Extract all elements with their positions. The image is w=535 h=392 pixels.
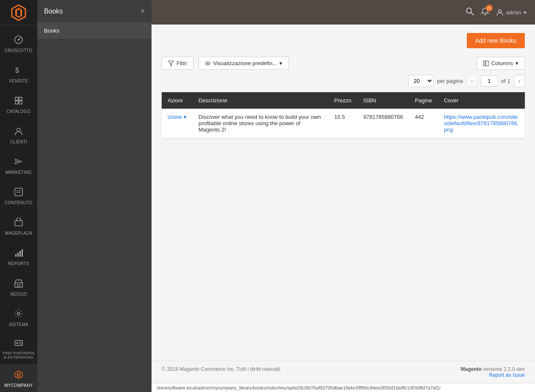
clienti-icon (14, 126, 23, 138)
sidebar-item-label-mageplaza: MAGEPLAZA (5, 231, 32, 236)
svg-rect-9 (15, 101, 18, 104)
sidebar-item-mycompany[interactable]: MYCOMPANY (0, 364, 37, 392)
cell-azioni: izione ▾ (162, 109, 193, 138)
sidebar-item-marketing[interactable]: MARKETING (0, 151, 37, 181)
sidebar-item-label-vendite: VENDITE (9, 79, 28, 83)
columns-label: Columns (491, 60, 513, 66)
sidebar-item-sistema[interactable]: SISTEMA (0, 303, 37, 333)
mycompany-icon (14, 370, 23, 381)
search-icon[interactable] (466, 7, 474, 18)
sidebar-item-label-negozi: NEGOZI (10, 292, 27, 296)
view-button[interactable]: Visualizzazione predefin... ▾ (199, 57, 289, 70)
sidebar-item-clienti[interactable]: CLIENTI (0, 120, 37, 151)
cell-descrizione: Discover what you need to know to build … (193, 109, 328, 138)
filter-button[interactable]: Filtri (162, 57, 193, 70)
flyout-close-button[interactable]: × (140, 7, 145, 16)
per-page-select[interactable]: 20 30 50 100 200 (408, 75, 433, 87)
action-chevron-icon: ▾ (184, 114, 187, 120)
flyout-item-books[interactable]: Books (37, 22, 152, 39)
page-of-label: of 1 (501, 78, 510, 84)
flyout-item-label-books: Books (44, 27, 59, 34)
notifications-badge: 25 (486, 5, 493, 11)
sidebar-item-label-reports: REPORTS (8, 261, 29, 266)
svg-rect-18 (17, 252, 19, 257)
find-partners-icon (14, 338, 23, 349)
books-table: Azioni Descrizione Prezzo ISBN Pagine Co… (162, 92, 525, 138)
mageplaza-icon (14, 218, 23, 229)
marketing-icon (14, 157, 23, 168)
page-prev-button[interactable]: ‹ (466, 75, 477, 87)
sidebar-logo (0, 0, 37, 25)
svg-rect-10 (19, 101, 22, 104)
cruscotto-icon (14, 35, 23, 47)
sidebar-item-label-catalogo: CATALOGO (7, 109, 30, 114)
user-label: admin (506, 9, 521, 16)
main-area: 25 admin ▾ Add new Books Filtri (152, 0, 535, 392)
page-content: Add new Books Filtri Visualizzazione pre… (152, 25, 535, 361)
sidebar-item-negozi[interactable]: NEGOZI (0, 272, 37, 303)
sidebar-item-mageplaza[interactable]: MAGEPLAZA (0, 211, 37, 242)
add-books-button[interactable]: Add new Books (467, 33, 525, 48)
sidebar-item-label-marketing: MARKETING (6, 170, 32, 175)
sidebar-item-label-cruscotto: CRUSCOTTO (5, 48, 33, 53)
table-header-row: Azioni Descrizione Prezzo ISBN Pagine Co… (162, 92, 525, 109)
footer-copyright-text: © 2018 Magento Comm (162, 366, 216, 372)
col-header-pagine: Pagine (409, 92, 438, 109)
cell-pagine: 442 (409, 109, 438, 138)
col-header-azioni: Azioni (162, 92, 193, 109)
page-next-button[interactable]: › (514, 75, 525, 87)
svg-text:$: $ (15, 67, 19, 74)
footer-right: Magento versione 2.2.0-dev Report an Iss… (461, 366, 525, 378)
page-footer: © 2018 Magento Commerce Inc. Tutti i dir… (152, 361, 535, 383)
flyout-header: Books × (37, 0, 152, 22)
sidebar-item-cruscotto[interactable]: CRUSCOTTO (0, 29, 37, 59)
sidebar-item-label-clienti: CLIENTI (10, 140, 27, 144)
view-label: Visualizzazione predefin... (213, 60, 277, 66)
svg-point-30 (466, 8, 472, 13)
action-link[interactable]: izione ▾ (168, 114, 187, 120)
per-page-label: per pagina (437, 78, 463, 84)
filter-label: Filtri (176, 60, 187, 66)
sidebar-item-label-find-partners: FIND PARTNERS & EXTENSIONS (2, 351, 36, 359)
sidebar-item-reports[interactable]: REPORTS (0, 242, 37, 272)
status-bar-url: shinesoftware.local/admin/mycompany_libr… (157, 385, 441, 390)
svg-rect-8 (19, 97, 22, 100)
sidebar-item-catalogo[interactable]: CATALOGO (0, 90, 37, 120)
flyout-panel: Books × Books (37, 0, 152, 392)
sidebar-item-label-mycompany: MYCOMPANY (4, 383, 33, 388)
sidebar-item-vendite[interactable]: $ VENDITE (0, 59, 37, 90)
col-header-descrizione: Descrizione (193, 92, 328, 109)
cell-isbn: 9781785880766 (357, 109, 409, 138)
table-header: Azioni Descrizione Prezzo ISBN Pagine Co… (162, 92, 525, 109)
sidebar-item-find-partners[interactable]: FIND PARTNERS & EXTENSIONS (0, 333, 37, 364)
flyout-title: Books (44, 8, 63, 15)
user-menu[interactable]: admin ▾ (496, 8, 527, 16)
top-header: 25 admin ▾ (152, 0, 535, 25)
svg-rect-13 (15, 188, 22, 196)
svg-rect-16 (15, 221, 22, 226)
sidebar-item-label-sistema: SISTEMA (9, 322, 28, 327)
magento-logo-icon (10, 4, 27, 21)
sidebar: CRUSCOTTO $ VENDITE CATALOGO CLIENTI MAR… (0, 0, 37, 392)
columns-button[interactable]: Columns ▾ (477, 57, 525, 70)
action-label: izione (168, 114, 182, 120)
page-number-input[interactable] (481, 75, 498, 87)
svg-rect-21 (15, 283, 22, 287)
svg-line-31 (471, 13, 474, 15)
view-chevron-icon: ▾ (279, 60, 282, 66)
filter-icon (168, 60, 174, 66)
cell-prezzo: 15.5 (328, 109, 357, 138)
contenuto-icon (14, 187, 23, 199)
sidebar-item-contenuto[interactable]: CONTENUTO (0, 181, 37, 211)
svg-marker-33 (168, 61, 174, 66)
svg-marker-29 (17, 373, 21, 378)
cell-cover: https://www.packtpub.com/sites/default/f… (438, 109, 525, 138)
eye-view-icon (205, 60, 211, 66)
notifications-bell[interactable]: 25 (481, 7, 489, 18)
table-row: izione ▾ Discover what you need to know … (162, 109, 525, 138)
report-issue-link[interactable]: Report an Issue (461, 372, 525, 378)
svg-rect-37 (486, 61, 488, 66)
page-actions-bar: Add new Books (162, 33, 525, 48)
svg-point-11 (17, 128, 20, 132)
status-bar: shinesoftware.local/admin/mycompany_libr… (152, 383, 535, 392)
